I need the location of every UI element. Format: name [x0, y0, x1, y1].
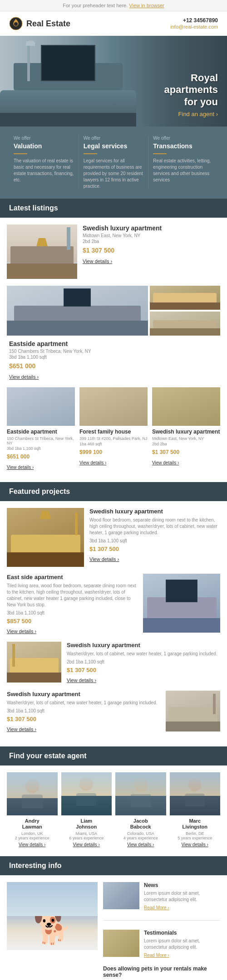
- latest-listings-header: Latest listings: [0, 199, 227, 218]
- fp-link-0[interactable]: View details ›: [89, 556, 119, 562]
- header: Real Estate +12 34567890 info@real-estat…: [0, 11, 227, 36]
- fp-link-2[interactable]: View details ›: [67, 678, 96, 683]
- svg-point-1: [14, 22, 18, 26]
- interesting-title: Interesting info: [9, 862, 218, 870]
- news-info-1: Testimonials Lorem ipsum dolor sit amet,…: [144, 930, 220, 959]
- news-img-0: [103, 882, 139, 909]
- news-title-0: News: [144, 882, 220, 888]
- service-transactions: We offer Transactions Real estate activi…: [148, 136, 218, 190]
- hero-title-line1: Royal: [164, 72, 218, 84]
- top-listing-price: $1 307 500: [83, 247, 220, 254]
- service-valuation-desc: The valuation of real estate is basic an…: [14, 158, 74, 183]
- interesting-main: 🐕 News Lorem ipsum dolor sit amet, conse…: [7, 882, 220, 978]
- services-section: We offer Valuation The valuation of real…: [0, 127, 227, 199]
- fp-price-1: $857 500: [7, 618, 138, 624]
- fp-link-1[interactable]: View details ›: [7, 629, 36, 634]
- agent-exp-2: 4 years experience: [115, 836, 166, 840]
- top-listing-beds: 2bd 2ba: [83, 239, 220, 244]
- col-listing-loc-2: Midtown East, New York, NY: [152, 436, 220, 441]
- news-link-0[interactable]: Read More ›: [144, 905, 169, 910]
- featured-projects-header: Featured projects: [0, 482, 227, 501]
- fp-price-0: $1 307 500: [89, 546, 220, 552]
- hero-cta-link[interactable]: Find an agent ›: [164, 111, 218, 117]
- wide-listing-price: $651 000: [9, 362, 218, 370]
- logo-icon: [9, 17, 23, 30]
- phone-number: +12 34567890: [170, 17, 218, 24]
- news-img-1: [103, 930, 139, 957]
- col-listing-price-0: $651 000: [7, 453, 75, 460]
- col-listing-title-1: Forest family house: [79, 429, 148, 435]
- top-listing-image: [7, 224, 77, 279]
- top-listing: Swedish luxury apartment Midtown East, N…: [7, 224, 220, 279]
- contact-info: +12 34567890 info@real-estate.com: [170, 17, 218, 30]
- hero-banner: Royal apartments for you Find an agent ›: [0, 36, 227, 127]
- fp-title-3: Swedish luxury apartment: [7, 691, 160, 697]
- fp-price-3: $1 307 500: [7, 716, 160, 722]
- fp-link-3[interactable]: View details ›: [7, 726, 36, 732]
- top-bar: For your preheader text here. View in br…: [0, 0, 227, 11]
- agent-location-1: Miami, USA: [61, 831, 112, 836]
- agent-name-0: Andry Lawman: [7, 818, 58, 830]
- wide-listing-beds: 3bd 1ba 1,100 sqft: [9, 355, 218, 360]
- service-trans-title: Transactions: [153, 142, 213, 150]
- col-listing-link-1[interactable]: View details ›: [79, 460, 106, 465]
- service-trans-label: We offer: [153, 136, 213, 141]
- wide-listing-side-imgs: [150, 286, 220, 336]
- agent-link-3[interactable]: View details ›: [170, 842, 221, 847]
- agent-exp-0: 2 years experience: [7, 836, 58, 840]
- col-listing-title-2: Swedish luxury apartment: [152, 429, 220, 435]
- news-title-1: Testimonials: [144, 930, 220, 936]
- agent-link-1[interactable]: View details ›: [61, 842, 112, 847]
- three-col-listings: Eastside apartment 150 Chambers St Tribe…: [7, 387, 220, 471]
- agent-card-3: Marc Livingston Berlin, DE 5 years exper…: [170, 772, 221, 847]
- col-listing-link-0[interactable]: View details ›: [7, 465, 34, 470]
- fp-beds-2: 2bd 1ba 1,100 sqft: [67, 659, 220, 664]
- fp-beds-1: 3bd 1ba 1,100 sqft: [7, 610, 138, 615]
- fp-price-2: $1 307 500: [67, 667, 220, 673]
- hero-title-line2: apartments: [164, 84, 218, 96]
- fp-img-0: [7, 508, 84, 567]
- view-browser-link[interactable]: View in browser: [129, 3, 164, 8]
- service-divider-3: [153, 153, 167, 154]
- wide-listing-title: Eastside apartment: [9, 340, 218, 347]
- fp-item-2: Swedish luxury apartment Washer/dryer, l…: [7, 642, 220, 684]
- wide-listing-side-img-2: [150, 312, 220, 336]
- agent-photo-2: [115, 772, 166, 815]
- interesting-section: 🐕 News Lorem ipsum dolor sit amet, conse…: [0, 875, 227, 980]
- agent-link-0[interactable]: View details ›: [7, 842, 58, 847]
- fp-info-1: East side apartment Tiled living area, w…: [7, 574, 138, 635]
- top-listing-link[interactable]: View details ›: [83, 258, 112, 264]
- agent-name-2: Jacob Babcock: [115, 818, 166, 830]
- email-link[interactable]: info@real-estate.com: [170, 24, 218, 29]
- col-listing-img-1: [79, 387, 148, 426]
- news-desc-1: Lorem ipsum dolor sit amet, consectetur …: [144, 938, 220, 951]
- fp-info-2: Swedish luxury apartment Washer/dryer, l…: [67, 642, 220, 684]
- col-listing-beds-2: 2bd 2ba: [152, 442, 220, 446]
- fp-item-0: Swedish luxury apartment Wood floor bedr…: [7, 508, 220, 567]
- agent-card-1: Liam Johnson Miami, USA 6 years experien…: [61, 772, 112, 847]
- fp-img-3: [166, 691, 220, 731]
- agent-photo-0: [7, 772, 58, 815]
- col-listing-loc-0: 150 Chambers St Tribeca, New York, NY: [7, 436, 75, 445]
- agents-section: Andry Lawman London, UK 2 years experien…: [0, 765, 227, 856]
- wide-listing-side-img-1: [150, 286, 220, 310]
- service-trans-desc: Real estate activities, letting, enginee…: [153, 158, 213, 183]
- col-listing-beds-1: 1ba 460 sqft: [79, 442, 148, 446]
- top-listing-info: Swedish luxury apartment Midtown East, N…: [83, 224, 220, 279]
- col-listing-link-2[interactable]: View details ›: [152, 460, 179, 465]
- agent-link-2[interactable]: View details ›: [115, 842, 166, 847]
- fp-desc-3: Washer/dryer, lots of cabinet, new water…: [7, 700, 160, 706]
- hero-title-line3: for you: [164, 96, 218, 108]
- agent-name-3: Marc Livingston: [170, 818, 221, 830]
- news-link-1[interactable]: Read More ›: [144, 953, 169, 958]
- fp-item-3: Swedish luxury apartment Washer/dryer, l…: [7, 691, 220, 733]
- agent-figure-2: [115, 772, 166, 815]
- hero-content: Royal apartments for you Find an agent ›: [155, 63, 227, 127]
- wide-listing-link[interactable]: View details ›: [9, 374, 39, 380]
- wide-listing-location: 150 Chambers St Tribeca, New York, NY: [9, 349, 218, 354]
- agents-grid: Andry Lawman London, UK 2 years experien…: [7, 772, 220, 847]
- logo-text: Real Estate: [26, 19, 70, 29]
- agents-header: Find your estate agent: [0, 746, 227, 765]
- agent-photo-3: [170, 772, 221, 815]
- agent-location-3: Berlin, DE: [170, 831, 221, 836]
